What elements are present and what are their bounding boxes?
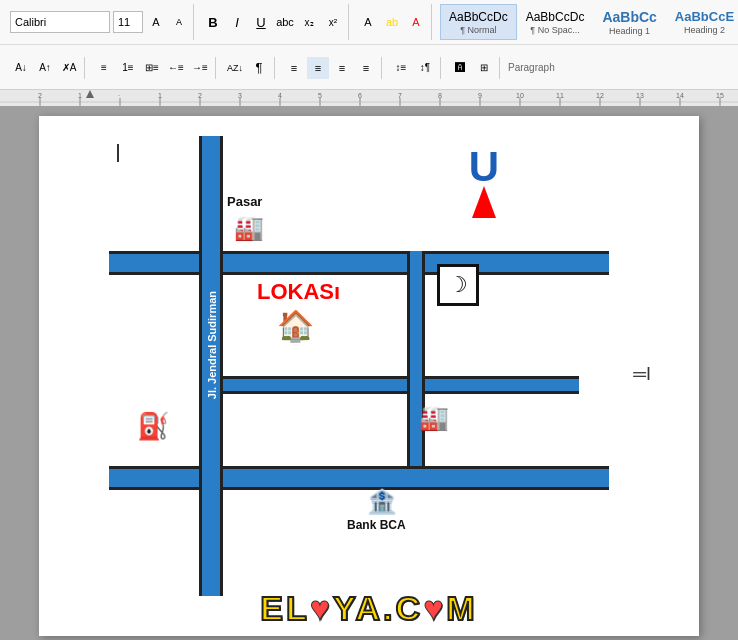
style-h2-preview: AaBbCcE <box>675 9 734 24</box>
mosque-symbol: ☽ <box>448 272 468 298</box>
style-nospace-preview: AaBbCcDc <box>526 10 585 24</box>
ruler-svg: 2 1 · 1 2 3 4 5 6 7 8 9 10 11 <box>0 90 738 106</box>
strikethrough-btn[interactable]: abc <box>274 11 296 33</box>
bank-icon: 🏦 <box>367 488 397 516</box>
list-group: ≡ 1≡ ⊞≡ ←≡ →≡ <box>89 57 216 79</box>
font-size-down-btn[interactable]: A↓ <box>10 57 32 79</box>
watermark-heart1: ♥ <box>310 589 333 627</box>
svg-text:13: 13 <box>636 92 644 99</box>
svg-text:8: 8 <box>438 92 442 99</box>
font-bottom-group: A↓ A↑ ✗A <box>6 57 85 79</box>
show-marks-btn[interactable]: ¶ <box>248 57 270 79</box>
style-no-space[interactable]: AaBbCcDc ¶ No Spac... <box>517 4 594 40</box>
svg-text:5: 5 <box>318 92 322 99</box>
svg-text:15: 15 <box>716 92 724 99</box>
text-effects-btn[interactable]: A <box>357 11 379 33</box>
paragraph-label: Paragraph <box>508 62 555 73</box>
align-center-btn[interactable]: ≡ <box>307 57 329 79</box>
map-container: U Jl. Jendral Sudirman Pasar 🏭 ☽ <box>109 136 609 596</box>
line-spacing-btn[interactable]: ↕≡ <box>390 57 412 79</box>
svg-text:11: 11 <box>556 92 564 99</box>
location-text: LOKASı <box>257 279 340 305</box>
road-vertical-right <box>407 251 425 466</box>
svg-text:7: 7 <box>398 92 402 99</box>
clear-format-btn[interactable]: ✗A <box>58 57 80 79</box>
multilevel-btn[interactable]: ⊞≡ <box>141 57 163 79</box>
svg-rect-0 <box>0 90 738 106</box>
increase-indent-btn[interactable]: →≡ <box>189 57 211 79</box>
north-indicator: U <box>469 146 499 218</box>
road-horizontal-1 <box>109 251 609 275</box>
decrease-indent-btn[interactable]: ←≡ <box>165 57 187 79</box>
shading-btn[interactable]: 🅰 <box>449 57 471 79</box>
underline-btn[interactable]: U <box>250 11 272 33</box>
pasar-icon: 🏭 <box>234 214 264 242</box>
shading-group: 🅰 ⊞ <box>445 57 500 79</box>
text-cursor-right: ═I <box>633 364 651 385</box>
svg-text:10: 10 <box>516 92 524 99</box>
style-normal-preview: AaBbCcDc <box>449 10 508 24</box>
svg-text:14: 14 <box>676 92 684 99</box>
style-normal-label: ¶ Normal <box>460 25 496 35</box>
bullets-btn[interactable]: ≡ <box>93 57 115 79</box>
decrease-font-btn[interactable]: A <box>146 12 166 32</box>
sort-btn[interactable]: AZ↓ <box>224 57 246 79</box>
watermark-ya: YA <box>333 589 383 627</box>
road-horizontal-2 <box>199 376 579 394</box>
spacing-group: ↕≡ ↕¶ <box>386 57 441 79</box>
text-color-group: A ab A <box>353 4 432 40</box>
superscript-btn[interactable]: x² <box>322 11 344 33</box>
watermark-com: C <box>396 589 424 627</box>
numbered-btn[interactable]: 1≡ <box>117 57 139 79</box>
document-area: U Jl. Jendral Sudirman Pasar 🏭 ☽ <box>0 106 738 640</box>
mosque-box: ☽ <box>437 264 479 306</box>
align-group: ≡ ≡ ≡ ≡ <box>279 57 382 79</box>
sort-group: AZ↓ ¶ <box>220 57 275 79</box>
ribbon-bottom-row: A↓ A↑ ✗A ≡ 1≡ ⊞≡ ←≡ →≡ AZ↓ ¶ ≡ ≡ ≡ ≡ ↕≡ … <box>0 45 738 90</box>
styles-panel: AaBbCcDc ¶ Normal AaBbCcDc ¶ No Spac... … <box>440 2 738 42</box>
north-u-label: U <box>469 146 499 188</box>
style-nospace-label: ¶ No Spac... <box>530 25 579 35</box>
svg-text:4: 4 <box>278 92 282 99</box>
style-h2-label: Heading 2 <box>684 25 725 35</box>
style-normal[interactable]: AaBbCcDc ¶ Normal <box>440 4 517 40</box>
bold-btn[interactable]: B <box>202 11 224 33</box>
bank-label: Bank BCA <box>347 518 406 532</box>
location-icon: 🏠 <box>277 308 314 343</box>
align-right-btn[interactable]: ≡ <box>331 57 353 79</box>
factory-right-icon: 🏭 <box>419 404 449 432</box>
watermark-m: M <box>446 589 477 627</box>
gas-station-icon: ⛽ <box>137 411 169 442</box>
text-format-group: B I U abc x₂ x² <box>198 4 349 40</box>
north-arrow <box>472 186 496 218</box>
style-heading1[interactable]: AaBbCc Heading 1 <box>593 4 665 40</box>
pasar-label: Pasar <box>227 194 262 209</box>
borders-btn[interactable]: ⊞ <box>473 57 495 79</box>
font-color-btn[interactable]: A <box>405 11 427 33</box>
subscript-btn[interactable]: x₂ <box>298 11 320 33</box>
align-left-btn[interactable]: ≡ <box>283 57 305 79</box>
font-size-up-btn[interactable]: A↑ <box>34 57 56 79</box>
document-page[interactable]: U Jl. Jendral Sudirman Pasar 🏭 ☽ <box>39 116 699 636</box>
paragraph-spacing-btn[interactable]: ↕¶ <box>414 57 436 79</box>
svg-text:6: 6 <box>358 92 362 99</box>
svg-text:3: 3 <box>238 92 242 99</box>
increase-font-btn[interactable]: A <box>169 12 189 32</box>
svg-text:9: 9 <box>478 92 482 99</box>
svg-text:1: 1 <box>158 92 162 99</box>
watermark-heart2: ♥ <box>423 589 446 627</box>
ruler: 2 1 · 1 2 3 4 5 6 7 8 9 10 11 <box>0 90 738 106</box>
justify-btn[interactable]: ≡ <box>355 57 377 79</box>
road-label: Jl. Jendral Sudirman <box>206 291 218 399</box>
highlight-btn[interactable]: ab <box>381 11 403 33</box>
style-h1-label: Heading 1 <box>609 26 650 36</box>
ribbon: A A B I U abc x₂ x² A ab A AaBbCcDc ¶ No… <box>0 0 738 90</box>
road-horizontal-3 <box>109 466 609 490</box>
svg-text:1: 1 <box>78 92 82 99</box>
italic-btn[interactable]: I <box>226 11 248 33</box>
svg-text:12: 12 <box>596 92 604 99</box>
font-size-input[interactable] <box>113 11 143 33</box>
style-heading2[interactable]: AaBbCcE Heading 2 <box>666 4 738 40</box>
font-name-input[interactable] <box>10 11 110 33</box>
watermark: EL♥YA.C♥M <box>260 589 477 628</box>
